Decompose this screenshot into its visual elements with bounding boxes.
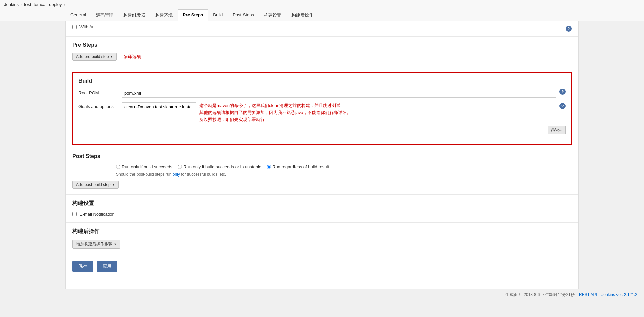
post-build-title: 构建后操作 [72,228,572,235]
apply-button[interactable]: 应用 [97,261,117,272]
content-area: With Ant ? Pre Steps Add pre-build step … [65,21,579,289]
radio-success-or-unstable[interactable]: Run only if build succeeds or is unstabl… [178,164,261,169]
save-button[interactable]: 保存 [72,261,93,272]
build-settings-section: 构建设置 E-mail Notification [66,194,578,222]
post-build-dropdown-arrow-icon: ▼ [114,243,117,246]
tab-source-mgmt[interactable]: 源码管理 [91,9,118,21]
radio-regardless-label: Run regardless of build result [272,164,329,169]
goals-help-icon[interactable]: ? [559,103,566,109]
advanced-button[interactable]: 高级... [548,126,566,134]
email-notification-label: E-mail Notification [79,212,115,217]
tab-bar: General 源码管理 构建触发器 构建环境 Pre Steps Build … [0,9,644,21]
add-pre-build-step-button[interactable]: Add pre-build step ▼ [72,53,117,61]
root-pom-label: Root POM [78,89,122,96]
radio-success-only[interactable]: Run only if build succeeds [116,164,172,169]
breadcrumb-job[interactable]: test_tomcat_deploy [24,2,62,7]
post-build-section: 构建后操作 增加构建后操作步骤 ▼ [66,222,578,254]
build-section: Build Root POM ? Goals and options [72,72,572,145]
radio-success-or-unstable-label: Run only if build succeeds or is unstabl… [183,164,261,169]
with-ant-checkbox[interactable] [72,25,77,29]
note-only-link[interactable]: only [173,172,180,177]
goals-row: Goals and options 这个就是maven的命令了，这里我们clea… [78,102,566,134]
tab-build-trigger[interactable]: 构建触发器 [118,9,150,21]
pre-steps-title: Pre Steps [72,42,572,48]
root-pom-row: Root POM ? [78,89,566,98]
add-post-build-action-label: 增加构建后操作步骤 [76,241,112,247]
add-post-build-step-button[interactable]: Add post-build step ▼ [72,181,119,189]
rest-api-link[interactable]: REST API [579,292,597,297]
jenkins-version-link[interactable]: Jenkins ver. 2.121.2 [601,292,637,297]
radio-success-or-unstable-input[interactable] [178,165,182,169]
compile-options-link[interactable]: 编译选项 [123,54,141,60]
with-ant-row: With Ant [72,24,96,29]
breadcrumb-sep1: › [21,3,22,7]
post-steps-radio-group: Run only if build succeeds Run only if b… [116,164,572,169]
tab-general[interactable]: General [65,9,91,21]
radio-regardless[interactable]: Run regardless of build result [267,164,329,169]
breadcrumb-jenkins[interactable]: Jenkins [4,2,19,7]
tab-pre-steps[interactable]: Pre Steps [178,9,208,21]
root-pom-field: ? [122,89,566,98]
footer-buttons: 保存 应用 [66,254,578,278]
post-steps-note: Should the post-build steps run only for… [116,172,572,177]
with-ant-help-icon[interactable]: ? [566,26,572,32]
radio-success-only-input[interactable] [116,165,120,169]
breadcrumb-sep2: › [64,3,65,7]
goals-input[interactable] [122,102,196,111]
tab-post-build[interactable]: 构建后操作 [286,9,318,21]
tab-build[interactable]: Build [208,9,228,21]
build-comment: 这个就是maven的命令了，这里我们clean清理之前的构建，并且跳过测试 其他… [199,102,351,123]
tab-build-env[interactable]: 构建环境 [150,9,178,21]
add-post-build-action-button[interactable]: 增加构建后操作步骤 ▼ [72,240,120,249]
email-notification-row: E-mail Notification [72,212,572,217]
build-settings-title: 构建设置 [72,200,572,207]
root-pom-help-icon[interactable]: ? [559,89,566,95]
tab-post-steps[interactable]: Post Steps [228,9,259,21]
tab-build-settings[interactable]: 构建设置 [259,9,286,21]
pre-steps-section: Pre Steps Add pre-build step ▼ 编译选项 [66,37,578,69]
radio-regardless-input[interactable] [267,165,271,169]
post-steps-title: Post Steps [72,153,572,160]
breadcrumb: Jenkins › test_tomcat_deploy › [0,0,644,9]
add-post-build-step-label: Add post-build step [76,182,111,187]
build-title: Build [78,78,566,84]
add-pre-build-step-label: Add pre-build step [76,54,109,59]
email-notification-checkbox[interactable] [72,212,77,216]
post-dropdown-arrow-icon: ▼ [112,183,115,186]
post-steps-section: Post Steps Run only if build succeeds Ru… [66,148,578,194]
dropdown-arrow-icon: ▼ [110,55,113,58]
page-footer: 生成页面: 2018-8-6 下午05时42分21秒 REST API Jenk… [0,289,644,300]
radio-success-only-label: Run only if build succeeds [122,164,172,169]
with-ant-label: With Ant [79,24,96,29]
goals-label: Goals and options [78,102,122,109]
footer-generated-text: 生成页面: 2018-8-6 下午05时42分21秒 [505,292,575,297]
root-pom-input[interactable] [122,89,556,98]
